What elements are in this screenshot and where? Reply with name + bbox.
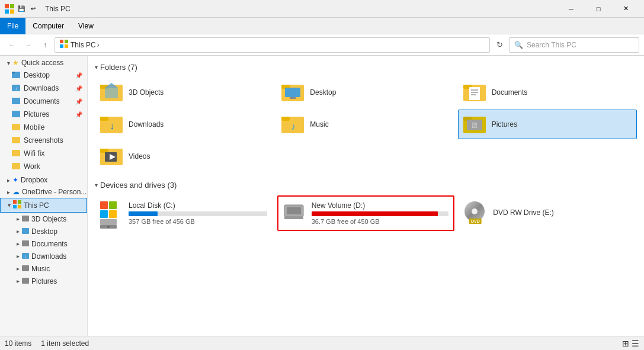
refresh-button[interactable]: ↻ (492, 38, 507, 52)
svg-rect-23 (22, 228, 29, 234)
sidebar-item-music[interactable]: ▸ Music (0, 262, 87, 275)
window-controls: ─ □ ✕ (558, 0, 639, 18)
sidebar-item-documents2[interactable]: ▸ Documents (0, 237, 87, 250)
chevron-right-icon: ▸ (7, 177, 10, 184)
minimize-button[interactable]: ─ (558, 0, 585, 18)
downloads-folder-icon2: ↓ (100, 114, 124, 135)
sidebar-item-thispc[interactable]: ▾ This PC (0, 198, 87, 213)
ribbon-tab-computer[interactable]: Computer (25, 18, 71, 34)
svg-rect-7 (65, 44, 68, 48)
sidebar-music-label: Music (31, 265, 50, 273)
items-count: 10 items (5, 339, 31, 348)
svg-text:↓: ↓ (110, 121, 114, 131)
sidebar-pictures2-label: Pictures (31, 277, 57, 285)
folder-item-downloads[interactable]: ↓ Downloads (95, 110, 274, 139)
drive-e-name: DVD RW Drive (E:) (493, 208, 632, 217)
folder-item-videos[interactable]: Videos (95, 142, 274, 171)
quickaccess-label: Quick access (21, 59, 63, 67)
back-button[interactable]: ← (5, 38, 19, 52)
onedrive-icon: ☁ (12, 188, 20, 196)
drives-section-label: Devices and drives (3) (100, 181, 177, 190)
dvd-drive-icon: DVD (464, 201, 488, 225)
sidebar-item-downloads[interactable]: ↓ Downloads 📌 (0, 82, 87, 95)
folder-item-music[interactable]: ♪ Music (276, 110, 455, 139)
sidebar-item-mobile[interactable]: Mobile (0, 121, 87, 134)
chevron-icon5: ▸ (17, 265, 20, 272)
forward-button[interactable]: → (21, 38, 36, 52)
sidebar-item-work[interactable]: Work (0, 160, 87, 173)
folder-item-pictures[interactable]: 🖼 Pictures (458, 110, 637, 139)
svg-rect-64 (284, 217, 303, 219)
drive-item-d[interactable]: New Volume (D:) 36.7 GB free of 450 GB (277, 195, 455, 231)
chevron-icon3: ▸ (17, 240, 20, 247)
save-icon: 💾 (17, 4, 26, 14)
svg-rect-17 (12, 163, 20, 169)
drive-c-info: Local Disk (C:) 357 GB free of 456 GB (129, 201, 267, 225)
search-placeholder: Search This PC (527, 41, 576, 49)
sidebar-item-onedrive[interactable]: ▸ ☁ OneDrive - Person... (0, 186, 87, 198)
sidebar-item-documents[interactable]: Documents 📌 (0, 95, 87, 108)
ribbon-tab-view[interactable]: View (71, 18, 101, 34)
sidebar: ▾ ★ Quick access Desktop 📌 ↓ Downloads 📌 (0, 56, 88, 336)
system-icon (5, 4, 14, 14)
svg-rect-27 (22, 265, 29, 271)
up-button[interactable]: ↑ (38, 38, 52, 52)
svg-rect-2 (5, 9, 9, 14)
sidebar-item-desktop2[interactable]: ▸ Desktop (0, 225, 87, 237)
drive-d-name: New Volume (D:) (312, 201, 449, 210)
svg-rect-58 (100, 219, 117, 225)
sidebar-work-label: Work (24, 162, 40, 171)
search-box[interactable]: 🔍 Search This PC (509, 37, 639, 53)
sidebar-item-wififix[interactable]: Wifi fix (0, 147, 87, 160)
title-text: This PC (45, 5, 71, 13)
folder-item-3dobjects[interactable]: 3D Objects (95, 78, 274, 107)
folder-pictures-label: Pictures (492, 120, 517, 129)
svg-rect-16 (12, 150, 20, 156)
folder-item-desktop[interactable]: Desktop (276, 78, 455, 107)
sidebar-item-pictures[interactable]: Pictures 📌 (0, 108, 87, 121)
sidebar-item-dropbox[interactable]: ▸ ✦ Dropbox (0, 174, 87, 186)
dropbox-label: Dropbox (21, 176, 47, 184)
ribbon-tab-file[interactable]: File (0, 18, 25, 34)
svg-rect-1 (10, 4, 14, 8)
address-pc-icon (60, 40, 68, 50)
address-path[interactable]: This PC › (55, 37, 490, 53)
sidebar-item-3dobjects[interactable]: ▸ 3D Objects (0, 213, 87, 225)
sidebar-item-pictures2[interactable]: ▸ Pictures (0, 275, 87, 287)
sidebar-wififix-label: Wifi fix (24, 149, 44, 158)
pictures-folder-icon (12, 110, 21, 119)
svg-rect-22 (22, 216, 29, 221)
drive-item-e[interactable]: DVD DVD RW Drive (E:) (459, 195, 637, 231)
sidebar-item-desktop[interactable]: Desktop 📌 (0, 69, 87, 82)
sidebar-pictures-label: Pictures (24, 110, 49, 118)
documents-folder-icon2 (463, 82, 487, 103)
search-icon: 🔍 (514, 41, 523, 49)
maximize-button[interactable]: □ (585, 0, 612, 18)
thispc-icon (13, 200, 21, 210)
sidebar-item-screenshots[interactable]: Screenshots (0, 134, 87, 147)
view-details-icon[interactable]: ⊞ (622, 339, 629, 348)
svg-rect-63 (287, 207, 301, 214)
view-list-icon[interactable]: ☰ (632, 339, 639, 348)
sidebar-item-quickaccess[interactable]: ▾ ★ Quick access (0, 57, 87, 69)
drive-item-c[interactable]: Local Disk (C:) 357 GB free of 456 GB (95, 195, 273, 231)
chevron-right-icon2: ▸ (7, 189, 10, 195)
close-button[interactable]: ✕ (612, 0, 639, 18)
section-chevron-icon2: ▾ (95, 182, 98, 188)
sidebar-desktop2-label: Desktop (31, 227, 57, 236)
sidebar-item-downloads2[interactable]: ▸ ↓ Downloads (0, 250, 87, 262)
selected-count: 1 item selected (41, 339, 89, 348)
work-folder-icon (12, 162, 21, 171)
local-disk-d-icon (283, 201, 307, 225)
svg-point-60 (107, 226, 110, 228)
desktop-folder-icon (281, 82, 305, 103)
folder-videos-label: Videos (129, 152, 150, 160)
folder-music-label: Music (310, 120, 328, 129)
view-toggle[interactable]: ⊞ ☰ (622, 339, 639, 348)
svg-rect-9 (12, 72, 15, 73)
svg-rect-12 (12, 98, 20, 104)
content-area: ▾ Folders (7) 3D Objects (88, 56, 644, 336)
sidebar-downloads-label: Downloads (24, 84, 59, 92)
svg-rect-19 (18, 200, 21, 204)
folder-item-documents[interactable]: Documents (458, 78, 637, 107)
